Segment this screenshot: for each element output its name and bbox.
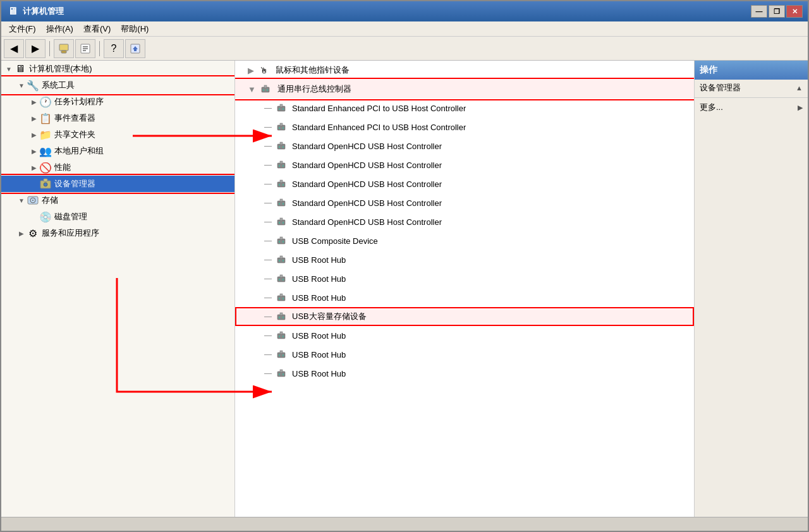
device-list-item[interactable]: — USB Root Hub	[235, 364, 694, 383]
device-list-item[interactable]: — USB Root Hub	[235, 250, 694, 269]
device-connector: —	[264, 236, 272, 245]
main-area: ▼ 🖥 计算机管理(本地) ▼ 🔧 系统工具 ▶ 🕐 任务计划程序 ▶ 📋 事件…	[1, 61, 808, 517]
sidebar-item-system-tools[interactable]: ▼ 🔧 系统工具	[1, 77, 234, 94]
forward-button[interactable]: ▶	[25, 39, 46, 58]
device-list-item[interactable]: — Standard OpenHCD USB Host Controller	[235, 174, 694, 193]
system-tools-icon: 🔧	[27, 79, 39, 92]
device-connector: —	[264, 255, 272, 264]
up-button[interactable]	[54, 39, 74, 58]
svg-rect-77	[283, 373, 284, 375]
device-list-item[interactable]: — USB Root Hub	[235, 326, 694, 345]
disk-icon: 💿	[39, 210, 52, 223]
device-label: Standard OpenHCD USB Host Controller	[292, 198, 442, 208]
mouse-icon: 🖱	[257, 63, 271, 77]
svg-rect-43	[280, 218, 283, 221]
device-connector: —	[264, 293, 272, 302]
svg-rect-44	[279, 222, 280, 224]
right-action-device-manager[interactable]: 设备管理器 ▲	[695, 80, 808, 96]
svg-rect-51	[280, 256, 283, 258]
restore-button[interactable]: ❐	[769, 5, 785, 18]
menu-help[interactable]: 帮助(H)	[116, 22, 154, 36]
mouse-expand: ▶	[248, 66, 254, 75]
sidebar-item-local-users[interactable]: ▶ 👥 本地用户和组	[1, 143, 234, 159]
svg-rect-53	[283, 260, 284, 262]
sidebar-item-storage[interactable]: ▼ 存储	[1, 192, 234, 209]
export-button[interactable]	[125, 39, 145, 58]
sidebar-item-performance[interactable]: ▶ 🚫 性能	[1, 159, 234, 176]
usb-device-icon	[274, 177, 288, 191]
disk-label: 磁盘管理	[54, 211, 87, 222]
center-panel[interactable]: ▶ 🖱 鼠标和其他指针设备 ▼ 通用串行总线控制器 — Standard Enh…	[235, 61, 694, 517]
device-label: USB Root Hub	[292, 331, 346, 341]
sidebar-item-task-scheduler[interactable]: ▶ 🕐 任务计划程序	[1, 94, 234, 110]
menu-action[interactable]: 操作(A)	[41, 22, 78, 36]
device-list-item[interactable]: — USB Root Hub	[235, 345, 694, 364]
svg-rect-15	[264, 85, 267, 88]
right-panel-title: 操作	[700, 64, 717, 75]
device-label: Standard OpenHCD USB Host Controller	[292, 160, 442, 170]
device-connector: —	[264, 160, 272, 169]
usb-device-icon	[274, 158, 288, 172]
usb-device-icon	[274, 253, 288, 267]
system-tools-expand-icon: ▼	[16, 80, 27, 90]
menu-file[interactable]: 文件(F)	[4, 22, 41, 36]
device-list-item[interactable]: — Standard Enhanced PCI to USB Host Cont…	[235, 99, 694, 118]
sidebar-item-device-manager[interactable]: 设备管理器	[1, 176, 234, 192]
usb-ctrl-expand: ▼	[248, 85, 256, 94]
toolbar: ◀ ▶ ?	[1, 37, 808, 61]
svg-rect-31	[280, 161, 283, 164]
help-button[interactable]: ?	[104, 39, 124, 58]
svg-rect-64	[279, 317, 280, 318]
svg-rect-56	[279, 279, 280, 281]
storage-expand-icon: ▼	[16, 195, 27, 205]
svg-rect-65	[283, 317, 284, 318]
right-action-devmgr-arrow: ▲	[796, 84, 803, 92]
svg-rect-48	[279, 241, 280, 243]
minimize-button[interactable]: —	[751, 5, 767, 18]
device-label: USB Composite Device	[292, 236, 378, 246]
sidebar-item-services[interactable]: ▶ ⚙ 服务和应用程序	[1, 225, 234, 241]
svg-rect-25	[283, 127, 284, 129]
back-button[interactable]: ◀	[4, 39, 24, 58]
toolbar-separator-1	[49, 41, 50, 56]
menu-view[interactable]: 查看(V)	[78, 22, 116, 36]
shared-expand-icon: ▶	[29, 130, 39, 140]
device-list-item[interactable]: — Standard OpenHCD USB Host Controller	[235, 193, 694, 212]
device-list-item[interactable]: — Standard OpenHCD USB Host Controller	[235, 212, 694, 231]
device-list-item[interactable]: — USB Composite Device	[235, 231, 694, 250]
device-connector: —	[264, 369, 272, 378]
close-button[interactable]: ✕	[786, 5, 803, 18]
root-expand-icon: ▼	[4, 64, 14, 74]
right-action-more[interactable]: 更多... ▶	[695, 99, 808, 116]
event-label: 事件查看器	[54, 112, 95, 124]
usb-controller-category[interactable]: ▼ 通用串行总线控制器	[235, 80, 694, 99]
device-list-item[interactable]: — USB大容量存储设备	[235, 307, 694, 326]
right-action-more-arrow: ▶	[798, 104, 803, 112]
perf-expand-icon: ▶	[29, 162, 39, 172]
status-bar	[1, 517, 808, 531]
svg-rect-35	[280, 180, 283, 183]
device-list-item[interactable]: — Standard OpenHCD USB Host Controller	[235, 136, 694, 155]
sidebar-item-event-viewer[interactable]: ▶ 📋 事件查看器	[1, 110, 234, 126]
device-list-item[interactable]: — USB Root Hub	[235, 288, 694, 307]
device-label: USB Root Hub	[292, 274, 346, 284]
sidebar-item-disk-management[interactable]: 💿 磁盘管理	[1, 209, 234, 225]
svg-rect-9	[44, 179, 47, 181]
usb-device-icon	[274, 120, 288, 134]
sidebar-item-shared-folders[interactable]: ▶ 📁 共享文件夹	[1, 126, 234, 143]
device-list-item[interactable]: — Standard Enhanced PCI to USB Host Cont…	[235, 118, 694, 136]
right-action-devmgr-label: 设备管理器	[700, 82, 796, 94]
device-label: Standard OpenHCD USB Host Controller	[292, 217, 442, 227]
svg-rect-59	[280, 294, 283, 296]
device-list-item[interactable]: — Standard OpenHCD USB Host Controller	[235, 155, 694, 174]
svg-rect-67	[280, 332, 283, 334]
sidebar-root[interactable]: ▼ 🖥 计算机管理(本地)	[1, 61, 234, 77]
perf-icon: 🚫	[39, 161, 52, 174]
svg-rect-76	[279, 373, 280, 375]
device-list-item[interactable]: — USB Root Hub	[235, 269, 694, 288]
properties-button[interactable]	[75, 39, 95, 58]
users-expand-icon: ▶	[29, 146, 39, 156]
svg-rect-23	[280, 123, 283, 126]
mouse-category[interactable]: ▶ 🖱 鼠标和其他指针设备	[235, 61, 694, 80]
mouse-label: 鼠标和其他指针设备	[276, 64, 350, 76]
